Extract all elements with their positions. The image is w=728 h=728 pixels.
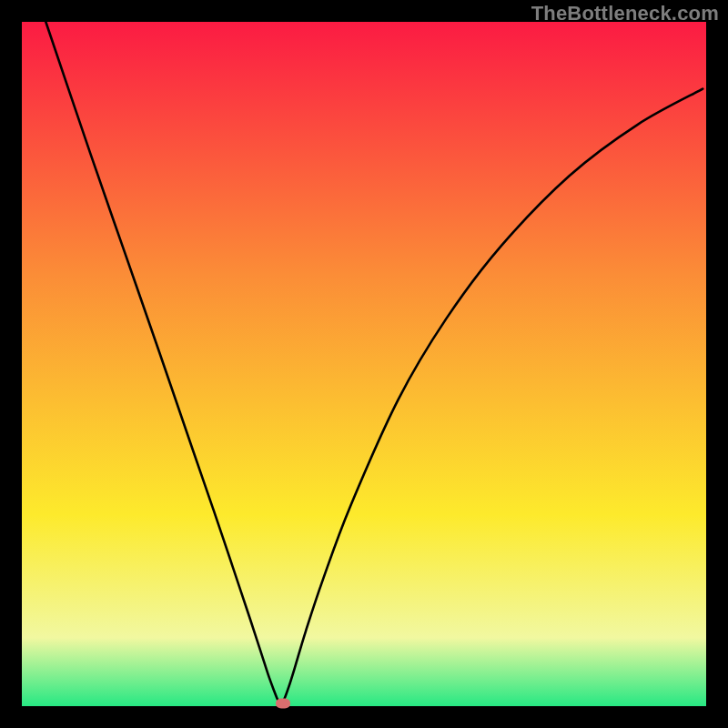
chart-frame: TheBottleneck.com [0,0,728,728]
bottleneck-curve [22,22,706,706]
plot-area [22,22,706,706]
optimal-point-marker [276,699,290,709]
